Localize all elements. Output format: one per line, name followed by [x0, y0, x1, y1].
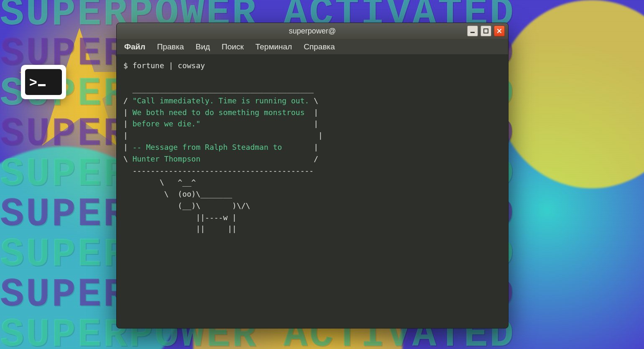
minimize-button[interactable] — [467, 26, 478, 36]
cowsay-border: | — [305, 108, 319, 117]
fortune-line: before we die." — [133, 119, 201, 128]
close-button[interactable] — [494, 26, 505, 36]
command-text: fortune | cowsay — [133, 61, 205, 70]
maximize-icon — [483, 28, 489, 34]
cowsay-border: | — [200, 119, 318, 128]
terminal-body[interactable]: $ fortune | cowsay _____________________… — [117, 55, 508, 328]
window-title: superpower@ — [289, 27, 336, 36]
cow-ascii: ||----w | — [123, 213, 237, 222]
menu-help[interactable]: Справка — [304, 42, 335, 51]
menu-search[interactable]: Поиск — [222, 42, 244, 51]
cowsay-border: | | — [123, 131, 323, 140]
close-icon — [496, 28, 502, 34]
fortune-line: We both need to do something monstrous — [133, 108, 305, 117]
svg-rect-2 — [484, 29, 488, 33]
window-titlebar[interactable]: superpower@ — [117, 23, 508, 39]
cowsay-border: \ — [123, 154, 133, 163]
cowsay-border: | — [123, 119, 133, 128]
cowsay-border: ---------------------------------------- — [123, 166, 314, 175]
terminal-app-icon[interactable]: > — [21, 65, 66, 99]
cowsay-border: | — [282, 143, 318, 151]
terminal-window: superpower@ Файл Правка Вид Поиск Термин… — [116, 23, 509, 328]
menu-terminal[interactable]: Терминал — [256, 42, 292, 51]
cow-ascii: (__)\ )\/\ — [123, 201, 250, 210]
fortune-line: -- Message from Ralph Steadman to — [133, 143, 282, 151]
menu-file[interactable]: Файл — [124, 42, 146, 51]
menu-view[interactable]: Вид — [196, 42, 210, 51]
cowsay-border: | — [123, 143, 133, 151]
cowsay-border: / — [200, 154, 318, 163]
svg-rect-1 — [470, 32, 475, 33]
window-controls — [467, 26, 505, 36]
cowsay-border: \ — [309, 96, 318, 105]
menu-edit[interactable]: Правка — [157, 42, 184, 51]
maximize-button[interactable] — [480, 26, 491, 36]
cow-ascii: \ ^__^ — [123, 178, 196, 187]
fortune-line: Hunter Thompson — [133, 154, 201, 163]
cow-ascii: || || — [123, 224, 237, 233]
fortune-line: "Call immediately. Time is running out. — [133, 96, 309, 105]
minimize-icon — [470, 28, 475, 34]
cowsay-border: | — [123, 108, 133, 117]
menubar: Файл Правка Вид Поиск Терминал Справка — [117, 39, 508, 55]
prompt: $ — [123, 61, 133, 70]
cow-ascii: \ (oo)\_______ — [123, 190, 232, 198]
cowsay-border: / — [123, 96, 133, 105]
cowsay-border: ________________________________________ — [123, 85, 314, 93]
terminal-icon: > — [25, 69, 62, 95]
